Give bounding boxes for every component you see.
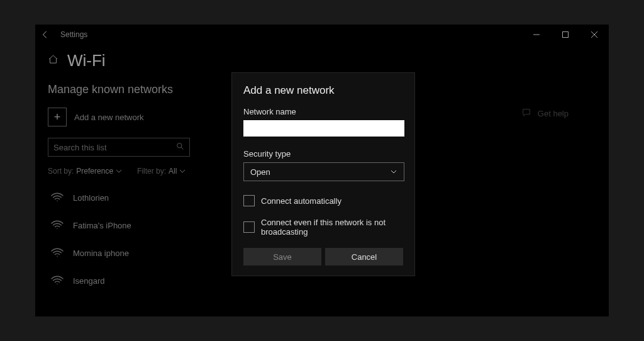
wifi-icon	[50, 274, 64, 288]
network-name: Momina iphone	[73, 249, 129, 258]
filter-dropdown[interactable]: Filter by: All	[137, 167, 186, 176]
wifi-icon	[50, 191, 64, 204]
chevron-down-icon	[179, 168, 186, 174]
svg-point-4	[177, 143, 182, 148]
security-type-select[interactable]: Open	[243, 162, 404, 181]
dialog-title: Add a new network	[243, 84, 403, 97]
settings-window: Settings Wi-Fi Manage known networks + A…	[35, 25, 609, 316]
connect-hidden-label: Connect even if this network is not broa…	[261, 218, 403, 237]
plus-icon: +	[48, 108, 67, 126]
get-help-link[interactable]: Get help	[521, 108, 569, 120]
page-title: Wi-Fi	[67, 51, 106, 70]
connect-hidden-checkbox[interactable]: Connect even if this network is not broa…	[243, 218, 403, 237]
search-icon	[176, 142, 184, 153]
network-name: Isengard	[73, 276, 105, 286]
add-network-label: Add a new network	[74, 113, 144, 122]
close-button[interactable]	[580, 25, 609, 45]
wifi-icon	[50, 218, 64, 232]
wifi-icon	[50, 246, 64, 260]
network-name: Fatima's iPhone	[73, 221, 131, 230]
sort-dropdown[interactable]: Sort by: Preference	[48, 167, 122, 176]
network-name: Lothlorien	[73, 193, 109, 203]
checkbox-icon	[243, 195, 255, 206]
checkbox-icon	[243, 221, 255, 233]
home-icon[interactable]	[48, 54, 58, 67]
network-name-input[interactable]	[243, 120, 404, 137]
minimize-button[interactable]	[522, 25, 551, 45]
back-button[interactable]	[35, 25, 55, 45]
chevron-down-icon	[390, 168, 397, 176]
dialog-buttons: Save Cancel	[243, 248, 403, 266]
search-input[interactable]	[53, 143, 176, 152]
titlebar: Settings	[35, 25, 609, 45]
security-type-value: Open	[250, 167, 270, 177]
connect-auto-checkbox[interactable]: Connect automatically	[243, 195, 403, 206]
chat-icon	[521, 108, 531, 120]
svg-line-5	[181, 147, 183, 149]
app-title: Settings	[60, 30, 87, 39]
cancel-button[interactable]: Cancel	[325, 248, 403, 266]
window-controls	[522, 25, 609, 45]
add-network-dialog: Add a new network Network name Security …	[231, 72, 415, 276]
connect-auto-label: Connect automatically	[261, 196, 341, 206]
get-help-label: Get help	[538, 109, 569, 118]
search-box[interactable]	[48, 138, 190, 157]
save-button[interactable]: Save	[243, 248, 321, 266]
chevron-down-icon	[116, 168, 122, 174]
network-name-label: Network name	[243, 107, 403, 116]
svg-rect-1	[563, 32, 569, 38]
maximize-button[interactable]	[551, 25, 580, 45]
security-type-label: Security type	[243, 149, 403, 159]
